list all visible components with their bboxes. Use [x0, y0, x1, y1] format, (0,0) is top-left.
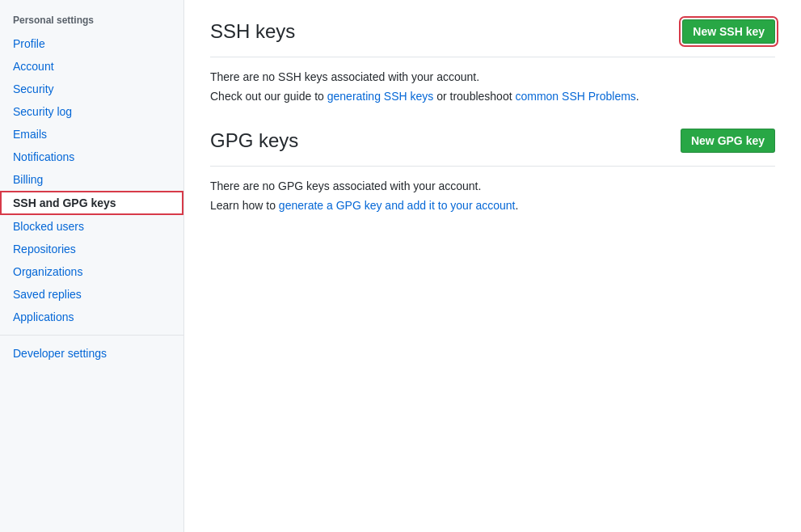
ssh-guide-link1[interactable]: generating SSH keys	[327, 90, 434, 103]
sidebar-item-blocked-users[interactable]: Blocked users	[0, 215, 183, 238]
sidebar-link-profile[interactable]: Profile	[0, 32, 183, 55]
sidebar-nav-developer: Developer settings	[0, 342, 183, 365]
gpg-section-header: GPG keys New GPG key	[210, 129, 775, 167]
sidebar-item-profile[interactable]: Profile	[0, 32, 183, 55]
sidebar-item-saved-replies[interactable]: Saved replies	[0, 283, 183, 306]
sidebar-link-security-log[interactable]: Security log	[0, 100, 183, 123]
sidebar-item-ssh-gpg[interactable]: SSH and GPG keys	[0, 191, 183, 215]
gpg-learn-text: Learn how to generate a GPG key and add …	[210, 199, 775, 212]
sidebar: Personal settings Profile Account Securi…	[0, 0, 184, 532]
sidebar-link-developer-settings[interactable]: Developer settings	[0, 342, 183, 365]
sidebar-link-saved-replies[interactable]: Saved replies	[0, 283, 183, 306]
sidebar-link-account[interactable]: Account	[0, 55, 183, 78]
ssh-section-header: SSH keys New SSH key	[210, 19, 775, 57]
ssh-guide-middle: or troubleshoot	[433, 90, 515, 103]
ssh-no-keys-text: There are no SSH keys associated with yo…	[210, 70, 775, 83]
sidebar-item-applications[interactable]: Applications	[0, 306, 183, 328]
new-gpg-key-button[interactable]: New GPG key	[681, 129, 775, 153]
gpg-learn-before: Learn how to	[210, 199, 279, 212]
sidebar-item-emails[interactable]: Emails	[0, 123, 183, 146]
sidebar-link-ssh-gpg[interactable]: SSH and GPG keys	[0, 191, 183, 215]
sidebar-header: Personal settings	[0, 8, 183, 32]
gpg-no-keys-text: There are no GPG keys associated with yo…	[210, 179, 775, 192]
sidebar-link-organizations[interactable]: Organizations	[0, 260, 183, 283]
sidebar-link-emails[interactable]: Emails	[0, 123, 183, 146]
sidebar-item-security[interactable]: Security	[0, 78, 183, 100]
sidebar-link-notifications[interactable]: Notifications	[0, 146, 183, 168]
sidebar-item-developer-settings[interactable]: Developer settings	[0, 342, 183, 365]
sidebar-item-repositories[interactable]: Repositories	[0, 238, 183, 260]
sidebar-link-repositories[interactable]: Repositories	[0, 238, 183, 260]
sidebar-link-blocked-users[interactable]: Blocked users	[0, 215, 183, 238]
ssh-guide-before: Check out our guide to	[210, 90, 327, 103]
sidebar-nav: Profile Account Security Security log Em…	[0, 32, 183, 328]
sidebar-item-billing[interactable]: Billing	[0, 168, 183, 191]
sidebar-link-security[interactable]: Security	[0, 78, 183, 100]
ssh-guide-link2[interactable]: common SSH Problems	[515, 90, 635, 103]
sidebar-link-billing[interactable]: Billing	[0, 168, 183, 191]
sidebar-item-security-log[interactable]: Security log	[0, 100, 183, 123]
gpg-learn-after: .	[515, 199, 518, 212]
ssh-guide-after: .	[636, 90, 639, 103]
sidebar-item-notifications[interactable]: Notifications	[0, 146, 183, 168]
gpg-learn-link[interactable]: generate a GPG key and add it to your ac…	[279, 199, 516, 212]
sidebar-divider	[0, 335, 183, 336]
sidebar-item-organizations[interactable]: Organizations	[0, 260, 183, 283]
gpg-keys-section: GPG keys New GPG key There are no GPG ke…	[210, 129, 775, 212]
ssh-guide-text: Check out our guide to generating SSH ke…	[210, 90, 775, 103]
new-ssh-key-button[interactable]: New SSH key	[682, 19, 775, 44]
sidebar-item-account[interactable]: Account	[0, 55, 183, 78]
gpg-section-title: GPG keys	[210, 129, 298, 152]
ssh-section-title: SSH keys	[210, 20, 295, 43]
main-content: SSH keys New SSH key There are no SSH ke…	[184, 0, 801, 532]
ssh-keys-section: SSH keys New SSH key There are no SSH ke…	[210, 19, 775, 103]
sidebar-link-applications[interactable]: Applications	[0, 306, 183, 328]
